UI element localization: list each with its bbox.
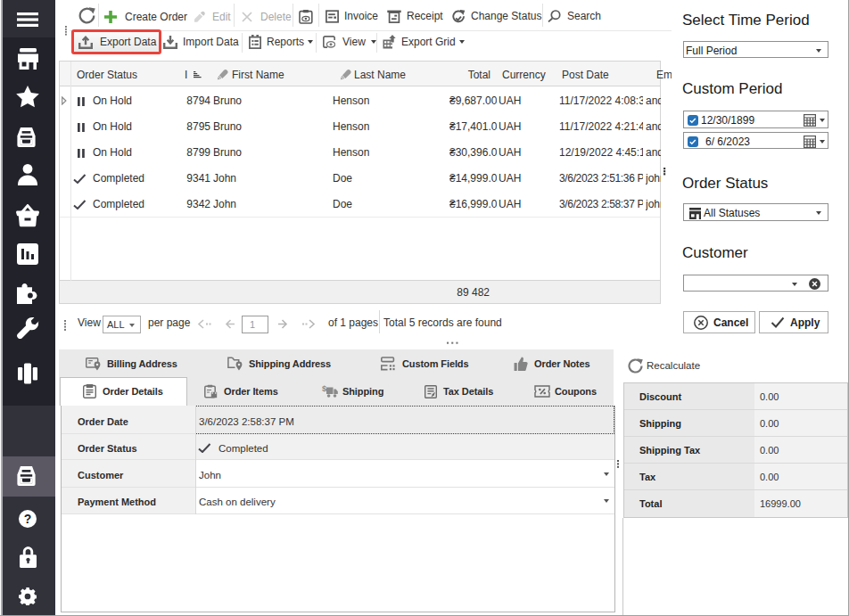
svg-text:?: ? [24,512,32,526]
